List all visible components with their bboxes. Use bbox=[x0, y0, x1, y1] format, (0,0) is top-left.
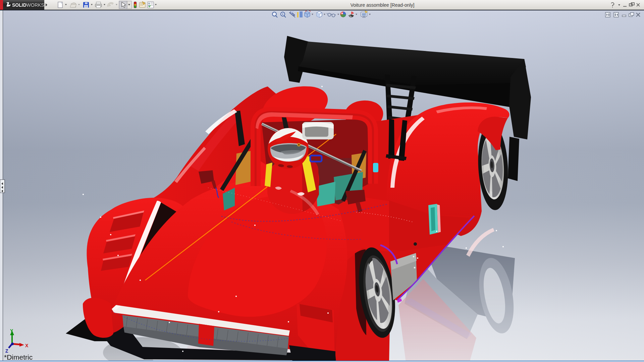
svg-text:Z: Z bbox=[5, 348, 8, 354]
svg-text:*Dimetric: *Dimetric bbox=[4, 353, 33, 361]
svg-text:X: X bbox=[25, 343, 29, 348]
svg-text:SOLIDWORKS: SOLIDWORKS bbox=[12, 2, 44, 8]
svg-text:Y: Y bbox=[10, 328, 13, 334]
